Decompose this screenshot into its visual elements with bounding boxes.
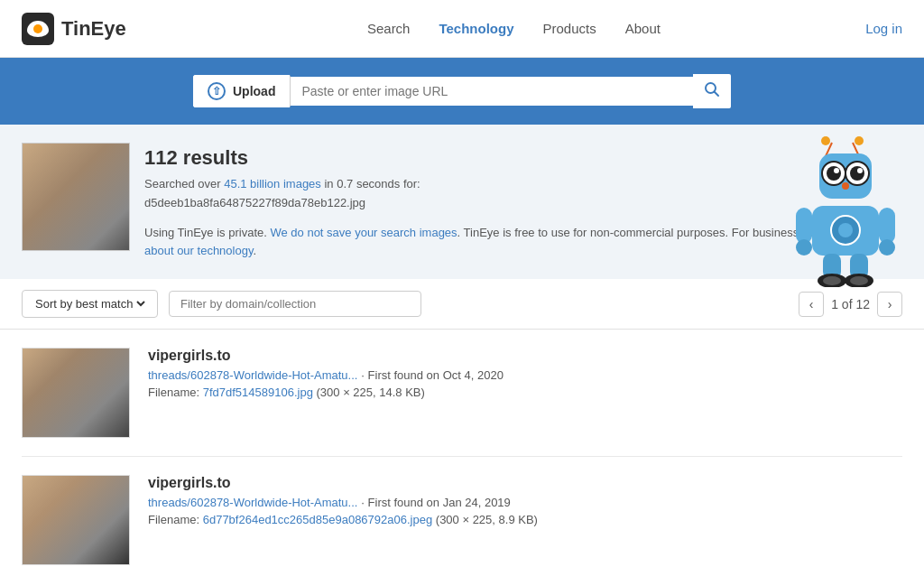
robot-mascot: [794, 134, 902, 278]
svg-rect-18: [879, 208, 895, 244]
upload-label: Upload: [233, 84, 275, 98]
svg-point-13: [842, 182, 849, 190]
results-meta-suffix: in 0.7 seconds for:: [321, 177, 420, 191]
logo[interactable]: TinEye: [22, 13, 126, 45]
privacy-text3: .: [253, 244, 256, 257]
controls-row: Sort by best match ‹ 1 of 12 ›: [0, 279, 924, 330]
result-domain: vipergirls.to: [148, 348, 902, 364]
results-list: vipergirls.to threads/602878-Worldwide-H…: [0, 330, 924, 567]
logo-text: TinEye: [61, 17, 126, 41]
results-meta: Searched over 45.1 billion images in 0.7…: [144, 175, 902, 213]
svg-point-24: [823, 276, 841, 285]
svg-point-11: [834, 168, 839, 173]
result-url-line: threads/602878-Worldwide-Hot-Amatu... · …: [148, 495, 902, 509]
svg-point-20: [879, 239, 895, 256]
nav-products[interactable]: Products: [543, 21, 596, 36]
result-url[interactable]: threads/602878-Worldwide-Hot-Amatu...: [148, 368, 357, 382]
search-icon: [704, 81, 720, 101]
svg-point-5: [855, 136, 864, 145]
query-thumbnail: [22, 143, 130, 251]
privacy-link1[interactable]: We do not save your search images: [270, 226, 457, 239]
result-url[interactable]: threads/602878-Worldwide-Hot-Amatu...: [148, 496, 357, 509]
filename-meta: (300 × 225, 14.8 KB): [313, 386, 425, 399]
svg-point-16: [838, 223, 853, 237]
result-filename: Filename: 6d77bf264ed1cc265d85e9a086792a…: [148, 513, 902, 526]
upload-icon: ⇧: [208, 82, 226, 100]
sort-select-input[interactable]: Sort by best match: [32, 296, 148, 311]
result-url-line: threads/602878-Worldwide-Hot-Amatu... · …: [148, 367, 902, 382]
results-query-filename: d5deeb1ba8fa64875227f89da78eb122.jpg: [144, 196, 365, 209]
filename-link[interactable]: 6d77bf264ed1cc265d85e9a086792a06.jpeg: [203, 513, 432, 526]
page-info: 1 of 12: [831, 297, 870, 311]
sort-dropdown[interactable]: Sort by best match: [22, 290, 158, 318]
svg-point-12: [857, 168, 863, 173]
table-row: vipergirls.to threads/602878-Worldwide-H…: [22, 457, 902, 567]
pagination: ‹ 1 of 12 ›: [799, 292, 902, 317]
filename-label: Filename:: [148, 513, 203, 526]
result-domain: vipergirls.to: [148, 475, 902, 491]
logo-icon: [22, 13, 54, 45]
result-found: · First found on Jan 24, 2019: [361, 496, 511, 509]
svg-rect-17: [796, 208, 812, 244]
result-thumbnail: [22, 475, 130, 565]
url-search-input[interactable]: [290, 75, 693, 107]
results-billion-link[interactable]: 45.1 billion images: [224, 177, 321, 191]
result-info: vipergirls.to threads/602878-Worldwide-H…: [148, 475, 902, 526]
search-bar: ⇧ Upload: [0, 58, 924, 125]
upload-button[interactable]: ⇧ Upload: [191, 73, 290, 109]
filename-meta: (300 × 225, 8.9 KB): [432, 513, 538, 526]
login-link[interactable]: Log in: [865, 21, 902, 36]
results-privacy: Using TinEye is private. We do not save …: [144, 224, 902, 262]
nav-about[interactable]: About: [625, 21, 661, 36]
results-count: 112 results: [144, 146, 902, 170]
result-info: vipergirls.to threads/602878-Worldwide-H…: [148, 348, 902, 399]
header: TinEye Search Technology Products About …: [0, 0, 924, 58]
svg-point-10: [850, 166, 864, 181]
svg-point-19: [796, 239, 812, 256]
filename-label: Filename:: [148, 386, 203, 399]
table-row: vipergirls.to threads/602878-Worldwide-H…: [22, 330, 902, 457]
result-thumbnail: [22, 348, 130, 438]
filter-input[interactable]: [169, 291, 421, 317]
nav-search[interactable]: Search: [367, 21, 411, 36]
result-found: · First found on Oct 4, 2020: [361, 368, 504, 382]
result-filename: Filename: 7fd7df514589106.jpg (300 × 225…: [148, 386, 902, 399]
page-current: 1: [831, 297, 838, 311]
svg-point-26: [850, 276, 868, 285]
next-page-button[interactable]: ›: [877, 292, 902, 317]
search-bar-inner: ⇧ Upload: [191, 72, 733, 110]
privacy-text1: Using TinEye is private.: [144, 226, 270, 239]
svg-line-1: [715, 92, 719, 97]
results-text: 112 results Searched over 45.1 billion i…: [144, 143, 902, 261]
page-of: of: [842, 297, 853, 311]
svg-point-3: [821, 136, 830, 145]
header-right: Log in: [865, 21, 902, 36]
main-nav: Search Technology Products About: [162, 21, 865, 36]
logo-pupil: [33, 24, 42, 33]
search-submit-button[interactable]: [693, 72, 733, 110]
svg-point-9: [827, 166, 841, 181]
logo-eye: [27, 21, 49, 37]
prev-page-button[interactable]: ‹: [799, 292, 824, 317]
results-meta-prefix: Searched over: [144, 177, 224, 191]
nav-technology[interactable]: Technology: [439, 21, 513, 36]
filename-link[interactable]: 7fd7df514589106.jpg: [203, 386, 313, 399]
results-section: 112 results Searched over 45.1 billion i…: [0, 125, 924, 279]
page-total: 12: [855, 297, 870, 311]
